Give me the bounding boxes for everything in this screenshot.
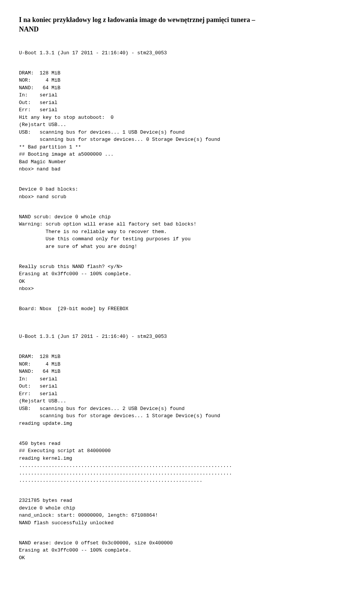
log-line: are sure of what you are doing! [19,244,137,249]
log-line: DRAM: 128 MiB [19,70,60,76]
log-line: Use this command only for testing purpos… [19,236,190,242]
log-line: OK [19,555,25,561]
log-line: ........................................… [19,463,232,468]
log-line: (Re)start USB... [19,122,66,128]
log-line: 450 bytes read [19,441,60,446]
log-line: Really scrub this NAND flash? <y/N> [19,264,122,270]
log-line: Err: serial [19,107,57,113]
log-line: NAND flash successfully unlocked [19,520,114,526]
log-line: Out: serial [19,383,57,389]
log-line: NOR: 4 MiB [19,77,60,83]
log-line: NAND: 64 MiB [19,85,60,91]
log-line: Board: Nbox [29-bit mode] by FREEBOX [19,306,129,312]
log-line: Erasing at 0x3ffc000 -- 100% complete. [19,271,131,277]
heading-line-2: NAND [19,25,39,33]
log-line: ** Bad partition 1 ** [19,144,81,150]
log-line: ........................................… [19,478,202,483]
log-line: nbox> nand scrub [19,194,66,200]
log-line: Device 0 bad blocks: [19,186,78,192]
log-line: reading update.img [19,421,72,426]
log-line: ## Booting image at a5000000 ... [19,151,114,157]
log-line: (Re)start USB... [19,398,66,404]
log-line: nand_unlock: start: 00000000, length: 67… [19,512,158,518]
log-line: Warning: scrub option will erase all fac… [19,221,196,227]
log-line: Out: serial [19,100,57,106]
log-line: scanning bus for storage devices... 0 St… [19,137,220,142]
log-line: reading kernel.img [19,456,72,461]
log-line: NAND scrub: device 0 whole chip [19,214,111,220]
log-line: In: serial [19,92,57,98]
log-line: In: serial [19,376,57,382]
log-line: ## Executing script at 84000000 [19,448,111,454]
log-line: U-Boot 1.3.1 (Jun 17 2011 - 21:16:40) - … [19,50,167,56]
log-line: scanning bus for storage devices... 1 St… [19,413,220,419]
log-line: U-Boot 1.3.1 (Jun 17 2011 - 21:16:40) - … [19,334,167,339]
log-line: nbox> nand bad [19,166,60,172]
log-line: ........................................… [19,470,232,476]
log-line: Err: serial [19,391,57,397]
log-line: USB: scanning bus for devices... 1 USB D… [19,129,185,135]
log-line: 2321785 bytes read [19,498,72,503]
log-line: device 0 whole chip [19,505,75,511]
log-line: NOR: 4 MiB [19,361,60,367]
log-line: NAND erase: device 0 offset 0x3c00000, s… [19,540,173,546]
log-line: Bad Magic Number [19,159,66,165]
log-line: Hit any key to stop autoboot: 0 [19,115,114,120]
log-line: USB: scanning bus for devices... 2 USB D… [19,406,185,411]
heading-line-1: I na koniec przykładowy log z ładowania … [19,16,255,24]
boot-log: U-Boot 1.3.1 (Jun 17 2011 - 21:16:40) - … [19,42,345,574]
log-line: nbox> [19,286,34,292]
section-heading: I na koniec przykładowy log z ładowania … [19,15,345,34]
log-line: NAND: 64 MiB [19,369,60,374]
log-line: OK [19,279,25,284]
log-line: DRAM: 128 MiB [19,354,60,359]
log-line: There is no reliable way to recover them… [19,229,167,235]
log-line: Erasing at 0x3ffc000 -- 100% complete. [19,547,131,553]
